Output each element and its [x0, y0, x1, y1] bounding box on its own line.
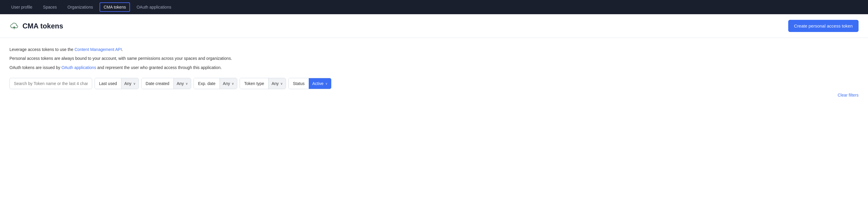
status-filter: Status Active ∨	[288, 78, 332, 89]
token-type-label: Token type	[240, 78, 269, 89]
top-nav: User profile Spaces Organizations CMA to…	[0, 0, 868, 14]
exp-date-chevron-icon: ∨	[231, 82, 234, 85]
date-created-chevron-icon: ∨	[186, 82, 188, 85]
nav-item-spaces[interactable]: Spaces	[39, 2, 61, 12]
date-created-filter: Date created Any ∨	[141, 78, 191, 89]
nav-item-user-profile[interactable]: User profile	[7, 2, 37, 12]
nav-item-cma-tokens[interactable]: CMA tokens	[99, 2, 130, 12]
filters-section: Last used Any ∨ Date created Any ∨ Exp. …	[9, 78, 859, 97]
description-line2: Personal access tokens are always bound …	[9, 55, 859, 61]
token-type-dropdown[interactable]: Any ∨	[269, 78, 286, 89]
token-type-filter: Token type Any ∨	[240, 78, 286, 89]
page-header-left: CMA tokens	[9, 21, 63, 31]
main-content: Leverage access tokens to use the Conten…	[0, 38, 868, 202]
page-header: CMA tokens Create personal access token	[0, 14, 868, 38]
exp-date-label: Exp. date	[194, 78, 220, 89]
status-dropdown[interactable]: Active ∨	[309, 78, 331, 89]
exp-date-filter: Exp. date Any ∨	[193, 78, 237, 89]
oauth-applications-link[interactable]: OAuth applications	[61, 65, 96, 70]
status-chevron-icon: ∨	[325, 82, 328, 85]
last-used-chevron-icon: ∨	[133, 82, 135, 85]
last-used-dropdown[interactable]: Any ∨	[121, 78, 138, 89]
page-title: CMA tokens	[23, 22, 63, 30]
date-created-dropdown[interactable]: Any ∨	[174, 78, 191, 89]
search-input[interactable]	[9, 78, 92, 89]
status-label: Status	[289, 78, 309, 89]
exp-date-dropdown[interactable]: Any ∨	[220, 78, 237, 89]
description-line3: OAuth tokens are issued by OAuth applica…	[9, 64, 859, 71]
create-personal-access-token-button[interactable]: Create personal access token	[788, 20, 859, 32]
last-used-label: Last used	[95, 78, 121, 89]
cloud-upload-icon	[9, 21, 19, 31]
filters-sub-row: Clear filters	[9, 92, 859, 97]
description-block: Leverage access tokens to use the Conten…	[9, 46, 859, 71]
description-line1: Leverage access tokens to use the Conten…	[9, 46, 859, 53]
filters-row: Last used Any ∨ Date created Any ∨ Exp. …	[9, 78, 859, 89]
date-created-label: Date created	[142, 78, 174, 89]
nav-item-oauth-applications[interactable]: OAuth applications	[132, 2, 176, 12]
nav-item-organizations[interactable]: Organizations	[63, 2, 97, 12]
token-type-chevron-icon: ∨	[280, 82, 283, 85]
clear-filters-link[interactable]: Clear filters	[838, 93, 859, 97]
content-management-api-link[interactable]: Content Management API	[74, 47, 122, 52]
last-used-filter: Last used Any ∨	[95, 78, 139, 89]
